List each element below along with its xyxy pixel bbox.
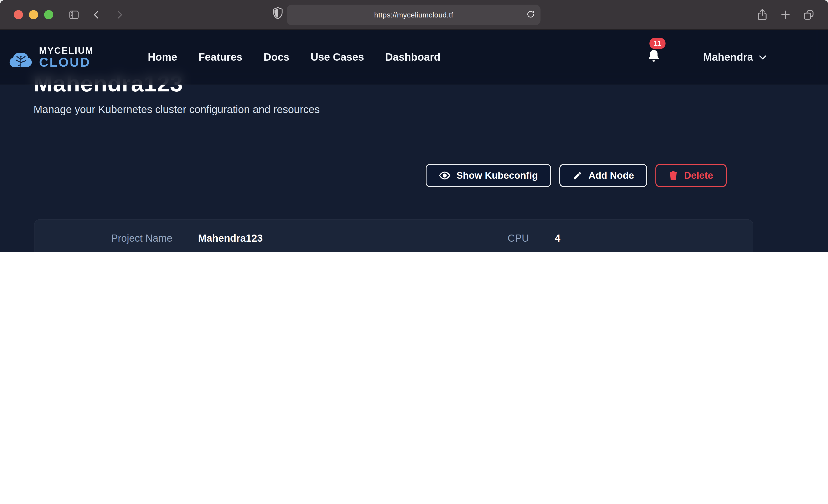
browser-titlebar: https://myceliumcloud.tf bbox=[0, 0, 828, 30]
nav-link-docs[interactable]: Docs bbox=[263, 51, 290, 64]
browser-window: https://myceliumcloud.tf bbox=[0, 0, 828, 252]
info-row-project-name: Project Name Mahendra123 bbox=[35, 233, 388, 246]
cluster-actions: Show Kubeconfig Add Node Delete bbox=[426, 164, 727, 187]
pencil-icon bbox=[573, 171, 583, 180]
nav-link-home[interactable]: Home bbox=[148, 51, 177, 64]
privacy-shield-icon[interactable] bbox=[272, 7, 284, 22]
logo-text-mycelium: MYCELIUM bbox=[39, 46, 93, 55]
delete-cluster-button[interactable]: Delete bbox=[656, 164, 727, 187]
zoom-window-button[interactable] bbox=[44, 10, 53, 19]
show-kubeconfig-button[interactable]: Show Kubeconfig bbox=[426, 164, 551, 187]
project-name-value: Mahendra123 bbox=[198, 233, 263, 244]
mycelium-cloud-logo-icon bbox=[8, 47, 35, 68]
close-window-button[interactable] bbox=[14, 10, 23, 19]
trash-icon bbox=[669, 170, 678, 180]
user-menu[interactable]: Mahendra bbox=[703, 51, 767, 64]
eye-icon bbox=[439, 171, 450, 180]
cluster-details-panel: Project Name Mahendra123 Created 10/29/2… bbox=[34, 219, 753, 252]
address-bar[interactable]: https://myceliumcloud.tf bbox=[287, 5, 540, 25]
notification-count-badge: 11 bbox=[650, 37, 666, 49]
notifications-button[interactable]: 11 bbox=[647, 48, 661, 66]
add-node-label: Add Node bbox=[588, 170, 634, 181]
nav-link-dashboard[interactable]: Dashboard bbox=[385, 51, 440, 64]
project-name-label: Project Name bbox=[35, 233, 172, 244]
delete-label: Delete bbox=[684, 170, 713, 181]
share-icon[interactable] bbox=[756, 8, 768, 21]
page-content: Mahendra123 Manage your Kubernetes clust… bbox=[0, 30, 828, 252]
page-subtitle: Manage your Kubernetes cluster configura… bbox=[34, 103, 320, 116]
logo-text-cloud: CLOUD bbox=[39, 56, 93, 69]
add-node-button[interactable]: Add Node bbox=[560, 164, 647, 187]
traffic-lights bbox=[14, 10, 53, 19]
cpu-value: 4 bbox=[555, 233, 561, 244]
nav-link-use-cases[interactable]: Use Cases bbox=[310, 51, 364, 64]
info-row-cpu: CPU 4 bbox=[391, 233, 713, 246]
chevron-down-icon bbox=[758, 54, 767, 60]
show-kubeconfig-label: Show Kubeconfig bbox=[456, 170, 538, 181]
bell-icon bbox=[647, 48, 661, 64]
nav-links: Home Features Docs Use Cases Dashboard bbox=[148, 51, 440, 64]
minimize-window-button[interactable] bbox=[29, 10, 38, 19]
user-name: Mahendra bbox=[703, 51, 753, 64]
back-icon[interactable] bbox=[92, 9, 102, 20]
cpu-label: CPU bbox=[391, 233, 529, 244]
tab-overview-icon[interactable] bbox=[803, 9, 814, 20]
forward-icon[interactable] bbox=[114, 9, 124, 20]
site-logo[interactable]: MYCELIUM CLOUD bbox=[8, 46, 93, 69]
stage: https://myceliumcloud.tf bbox=[0, 0, 828, 252]
reload-icon[interactable] bbox=[526, 10, 535, 20]
sidebar-toggle-icon[interactable] bbox=[68, 9, 80, 20]
nav-link-features[interactable]: Features bbox=[198, 51, 242, 64]
url-text: https://myceliumcloud.tf bbox=[374, 11, 453, 19]
new-tab-icon[interactable] bbox=[780, 9, 791, 20]
site-navbar: MYCELIUM CLOUD Home Features Docs Use Ca… bbox=[0, 30, 828, 85]
